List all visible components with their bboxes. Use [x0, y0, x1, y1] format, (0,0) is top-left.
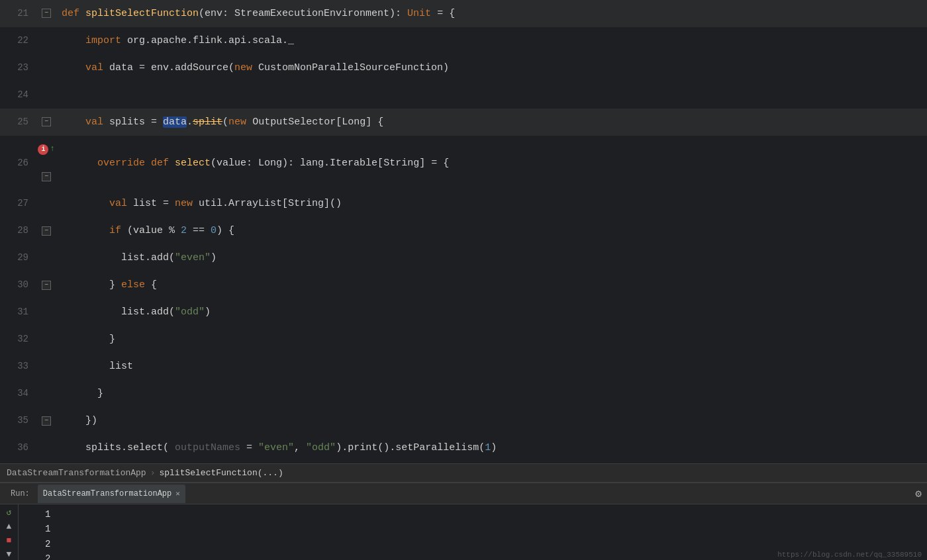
- table-row: 29 list.add("even"): [0, 244, 927, 271]
- gutter-cell: [36, 380, 56, 407]
- table-row: 36 splits.select( outputNames = "even", …: [0, 434, 927, 461]
- line-number: 28: [0, 217, 36, 244]
- rerun-button[interactable]: ↺: [2, 507, 17, 518]
- run-label: Run:: [5, 489, 35, 498]
- settings-icon[interactable]: ⚙: [915, 487, 922, 500]
- execution-arrow: ↑: [50, 136, 54, 163]
- fold-icon[interactable]: −: [42, 117, 51, 126]
- code-line-24: [56, 81, 927, 109]
- code-line-22: import org.apache.flink.api.scala._: [56, 27, 927, 54]
- line-number: 33: [0, 353, 36, 380]
- gutter-cell: [36, 434, 56, 461]
- code-editor: 21 − def splitSelectFunction(env: Stream…: [0, 0, 927, 463]
- gutter-cell: [36, 190, 56, 217]
- table-row: 32 }: [0, 326, 927, 353]
- gutter-cell: [36, 27, 56, 54]
- code-line-32: }: [56, 326, 927, 353]
- fold-icon[interactable]: −: [42, 226, 51, 236]
- code-line-37: }: [56, 461, 927, 463]
- gutter-cell: [36, 461, 56, 463]
- code-line-31: list.add("odd"): [56, 299, 927, 326]
- line-number: 24: [0, 81, 36, 109]
- gutter-cell: i↑ −: [36, 136, 56, 190]
- run-panel: Run: DataStreamTransformationApp ✕ ⚙ ↺ ▲…: [0, 482, 927, 560]
- gutter-cell: [36, 299, 56, 326]
- line-number: 22: [0, 27, 36, 54]
- line-number: 25: [0, 109, 36, 136]
- line-number: 36: [0, 434, 36, 461]
- code-line-36: splits.select( outputNames = "even", "od…: [56, 434, 927, 461]
- table-row: 35 − }): [0, 407, 927, 434]
- breadcrumb-method[interactable]: splitSelectFunction(...): [159, 468, 283, 478]
- line-number: 32: [0, 326, 36, 353]
- breakpoint-badge: i: [38, 144, 48, 155]
- line-number: 31: [0, 299, 36, 326]
- watermark: https://blog.csdn.net/qq_33589510: [777, 551, 922, 559]
- code-line-25: val splits = data.split(new OutputSelect…: [56, 109, 927, 136]
- gutter-cell: −: [36, 217, 56, 244]
- code-line-26: override def select(value: Long): lang.I…: [56, 136, 927, 190]
- code-line-23: val data = env.addSource(new CustomNonPa…: [56, 54, 927, 81]
- breadcrumb-file[interactable]: DataStreamTransformationApp: [7, 468, 146, 478]
- stop-button[interactable]: ■: [2, 536, 17, 545]
- output-line: 1: [45, 522, 50, 536]
- run-tab-close[interactable]: ✕: [175, 489, 180, 498]
- gutter-cell: [36, 326, 56, 353]
- table-row: 30 − } else {: [0, 271, 927, 299]
- scroll-down-button[interactable]: ▼: [2, 549, 17, 559]
- output-line: 1: [45, 507, 50, 522]
- line-number: 37: [0, 461, 36, 463]
- table-row: 34 }: [0, 380, 927, 407]
- line-number: 21: [0, 0, 36, 27]
- code-line-27: val list = new util.ArrayList[String](): [56, 190, 927, 217]
- fold-icon[interactable]: −: [42, 281, 51, 290]
- gutter-cell: [36, 353, 56, 380]
- breadcrumb-separator: ›: [150, 468, 156, 478]
- table-row: 23 val data = env.addSource(new CustomNo…: [0, 54, 927, 81]
- table-row: 26 i↑ − override def select(value: Long)…: [0, 136, 927, 190]
- scroll-up-button[interactable]: ▲: [2, 522, 17, 532]
- gutter-cell: −: [36, 271, 56, 299]
- table-row: 24: [0, 81, 927, 109]
- line-number: 34: [0, 380, 36, 407]
- run-tab-label: DataStreamTransformationApp: [43, 489, 171, 498]
- fold-icon[interactable]: −: [42, 9, 51, 18]
- breadcrumb-bar: DataStreamTransformationApp › splitSelec…: [0, 463, 927, 482]
- run-tab[interactable]: DataStreamTransformationApp ✕: [38, 485, 185, 503]
- line-number: 27: [0, 190, 36, 217]
- table-row: 33 list: [0, 353, 927, 380]
- fold-icon[interactable]: −: [42, 416, 51, 426]
- table-row: 21 − def splitSelectFunction(env: Stream…: [0, 0, 927, 27]
- gutter-cell: −: [36, 0, 56, 27]
- table-row: 25 − val splits = data.split(new OutputS…: [0, 109, 927, 136]
- table-row: 22 import org.apache.flink.api.scala._: [0, 27, 927, 54]
- output-line: 2: [45, 551, 50, 560]
- run-output: 1 1 2 2 3 3: [37, 504, 58, 560]
- gutter-cell: −: [36, 109, 56, 136]
- gutter-cell: [36, 81, 56, 109]
- code-line-29: list.add("even"): [56, 244, 927, 271]
- code-line-28: if (value % 2 == 0) {: [56, 217, 927, 244]
- table-row: 28 − if (value % 2 == 0) {: [0, 217, 927, 244]
- line-number: 35: [0, 407, 36, 434]
- code-line-35: }): [56, 407, 927, 434]
- table-row: 31 list.add("odd"): [0, 299, 927, 326]
- run-tab-bar: Run: DataStreamTransformationApp ✕ ⚙: [0, 483, 927, 504]
- code-line-34: }: [56, 380, 927, 407]
- table-row: 37 }: [0, 461, 927, 463]
- code-line-21: def splitSelectFunction(env: StreamExecu…: [56, 0, 927, 27]
- gutter-cell: [36, 54, 56, 81]
- gutter-cell: [36, 244, 56, 271]
- line-number: 26: [0, 136, 36, 190]
- run-sidebar: ↺ ▲ ■ ▼ 📷 ↩ ⇅: [0, 504, 19, 560]
- line-number: 29: [0, 244, 36, 271]
- fold-icon[interactable]: −: [42, 172, 51, 181]
- table-row: 27 val list = new util.ArrayList[String]…: [0, 190, 927, 217]
- code-line-33: list: [56, 353, 927, 380]
- code-table: 21 − def splitSelectFunction(env: Stream…: [0, 0, 927, 463]
- line-number: 30: [0, 271, 36, 299]
- gutter-cell: −: [36, 407, 56, 434]
- code-line-30: } else {: [56, 271, 927, 299]
- line-number: 23: [0, 54, 36, 81]
- output-line: 2: [45, 537, 50, 551]
